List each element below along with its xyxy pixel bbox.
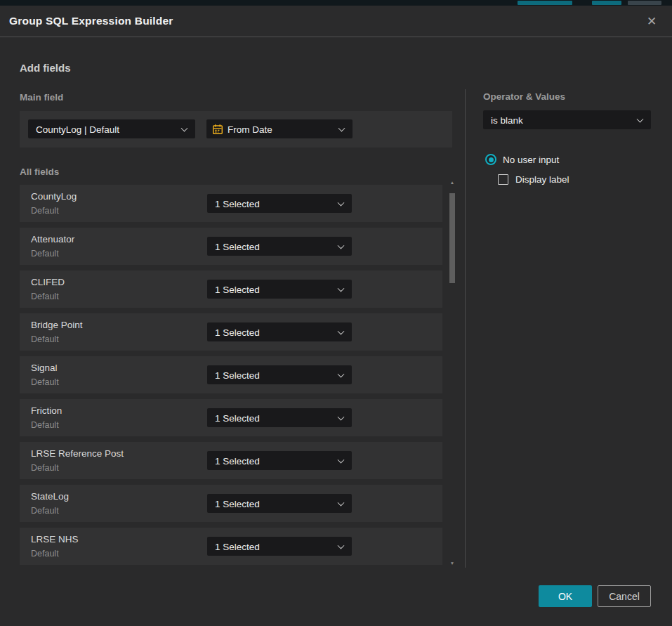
field-sublabel: Default <box>31 249 59 259</box>
background-app-remnant <box>628 1 661 5</box>
background-app-strip <box>0 0 672 6</box>
display-label-checkbox[interactable]: Display label <box>498 174 569 185</box>
ok-button[interactable]: OK <box>539 585 592 607</box>
chevron-down-icon <box>181 124 188 131</box>
operator-dropdown[interactable]: is blank <box>483 110 651 129</box>
field-name: Friction <box>31 405 62 416</box>
dialog-titlebar: Group SQL Expression Builder ✕ <box>0 6 672 37</box>
field-row-friction: Friction Default 1 Selected <box>20 399 442 436</box>
field-sublabel: Default <box>31 206 59 216</box>
field-name: CountyLog <box>31 191 77 202</box>
radio-selected-icon <box>485 154 496 165</box>
dialog-title: Group SQL Expression Builder <box>9 15 173 27</box>
field-name: Bridge Point <box>31 320 83 330</box>
field-row-attenuator: Attenuator Default 1 Selected <box>20 228 442 265</box>
no-user-input-radio[interactable]: No user input <box>485 154 559 165</box>
field-selected-dropdown[interactable]: 1 Selected <box>207 280 352 299</box>
screen: Group SQL Expression Builder ✕ Add field… <box>0 0 672 626</box>
chevron-down-icon <box>338 327 345 334</box>
calendar-icon <box>212 124 223 135</box>
field-sublabel: Default <box>31 334 59 344</box>
chevron-down-icon <box>338 199 345 206</box>
field-name: StateLog <box>31 491 69 502</box>
cancel-button[interactable]: Cancel <box>598 585 651 607</box>
selected-count: 1 Selected <box>215 498 260 509</box>
chevron-down-icon <box>338 242 345 249</box>
field-row-lrse-nhs: LRSE NHS Default 1 Selected <box>20 528 442 565</box>
field-sublabel: Default <box>31 506 59 516</box>
vertical-divider <box>465 89 466 568</box>
group-sql-expression-builder-dialog: Group SQL Expression Builder ✕ Add field… <box>0 6 672 626</box>
selected-count: 1 Selected <box>215 284 260 294</box>
fields-scrollbar[interactable]: ▲ ▼ <box>449 179 456 567</box>
field-row-countylog: CountyLog Default 1 Selected <box>20 185 442 222</box>
chevron-down-icon <box>637 115 644 122</box>
field-selected-dropdown[interactable]: 1 Selected <box>207 537 352 556</box>
all-fields-list: CountyLog Default 1 Selected Attenuator … <box>20 185 442 570</box>
field-sublabel: Default <box>31 292 59 301</box>
field-selected-dropdown[interactable]: 1 Selected <box>207 237 352 256</box>
chevron-down-icon <box>338 499 345 506</box>
field-sublabel: Default <box>31 463 59 473</box>
chevron-down-icon <box>338 285 345 292</box>
scroll-down-icon[interactable]: ▼ <box>449 560 456 567</box>
field-sublabel: Default <box>31 420 59 430</box>
no-user-input-label: No user input <box>503 155 559 165</box>
field-name: LRSE Reference Post <box>31 448 124 459</box>
selected-count: 1 Selected <box>215 412 260 423</box>
chevron-down-icon <box>338 456 345 463</box>
field-name: LRSE NHS <box>31 534 79 545</box>
all-fields-label: All fields <box>20 167 59 177</box>
field-sublabel: Default <box>31 377 59 387</box>
operator-value: is blank <box>491 115 523 125</box>
add-fields-heading: Add fields <box>20 62 71 74</box>
close-icon[interactable]: ✕ <box>643 13 660 30</box>
selected-count: 1 Selected <box>215 327 260 337</box>
field-row-statelog: StateLog Default 1 Selected <box>20 485 442 522</box>
field-selected-dropdown[interactable]: 1 Selected <box>207 451 352 470</box>
selected-count: 1 Selected <box>215 241 260 252</box>
field-row-clifed: CLIFED Default 1 Selected <box>20 270 442 308</box>
field-name: CLIFED <box>31 277 65 287</box>
field-selected-dropdown[interactable]: 1 Selected <box>207 365 352 384</box>
chevron-down-icon <box>338 370 345 377</box>
main-field-label: Main field <box>20 92 63 103</box>
main-field-layer-value: CountyLog | Default <box>36 124 119 134</box>
chevron-down-icon <box>338 413 345 420</box>
field-name: Attenuator <box>31 234 74 244</box>
main-field-layer-dropdown[interactable]: CountyLog | Default <box>28 119 195 138</box>
background-app-remnant <box>518 1 572 5</box>
chevron-down-icon <box>338 124 345 131</box>
selected-count: 1 Selected <box>215 198 260 209</box>
field-row-signal: Signal Default 1 Selected <box>20 356 442 393</box>
field-selected-dropdown[interactable]: 1 Selected <box>207 408 352 427</box>
operator-values-heading: Operator & Values <box>483 91 565 102</box>
background-app-remnant <box>592 1 621 5</box>
field-name: Signal <box>31 363 58 373</box>
field-sublabel: Default <box>31 549 59 559</box>
main-field-panel: CountyLog | Default From Date <box>20 111 452 148</box>
selected-count: 1 Selected <box>215 541 260 552</box>
scroll-up-icon[interactable]: ▲ <box>449 179 456 186</box>
selected-count: 1 Selected <box>215 455 260 466</box>
main-field-field-dropdown[interactable]: From Date <box>206 119 353 138</box>
field-row-bridge-point: Bridge Point Default 1 Selected <box>20 313 442 351</box>
field-selected-dropdown[interactable]: 1 Selected <box>207 194 352 213</box>
field-selected-dropdown[interactable]: 1 Selected <box>207 322 352 341</box>
field-row-lrse-reference-post: LRSE Reference Post Default 1 Selected <box>20 442 442 479</box>
checkbox-unchecked-icon <box>498 174 508 185</box>
chevron-down-icon <box>338 542 345 549</box>
selected-count: 1 Selected <box>215 370 260 380</box>
display-label-label: Display label <box>515 174 569 185</box>
main-field-field-value: From Date <box>228 124 272 134</box>
scrollbar-thumb[interactable] <box>449 193 455 283</box>
field-selected-dropdown[interactable]: 1 Selected <box>207 494 352 513</box>
